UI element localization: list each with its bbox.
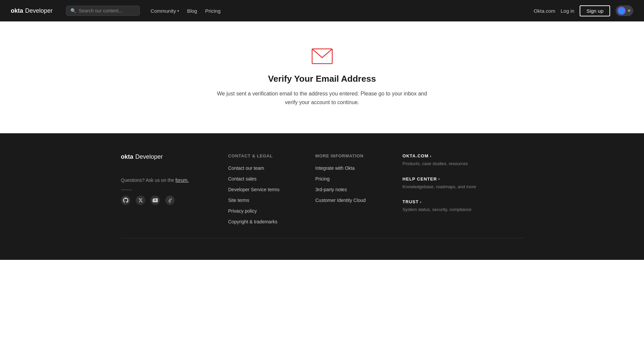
list-item: 3rd-party notes [315, 187, 389, 193]
theme-toggle[interactable]: 🌐 ☀ [616, 5, 633, 16]
twitter-icon[interactable] [136, 196, 145, 205]
help-center-link[interactable]: HELP CENTER › [403, 176, 490, 182]
list-item: Copyright & trademarks [228, 219, 302, 225]
contact-team-link[interactable]: Contact our team [228, 165, 264, 171]
developer-service-terms-link[interactable]: Developer Service terms [228, 187, 280, 192]
list-item: Pricing [315, 176, 389, 182]
customer-identity-cloud-link[interactable]: Customer Identity Cloud [315, 198, 366, 203]
pricing-link[interactable]: Pricing [315, 176, 330, 182]
search-input[interactable] [79, 8, 135, 13]
list-item: Site terms [228, 197, 302, 203]
copyright-trademarks-link[interactable]: Copyright & trademarks [228, 219, 278, 224]
main-content: Verify Your Email Address We just sent a… [0, 21, 644, 133]
youtube-icon[interactable] [151, 196, 160, 205]
list-item: Contact our team [228, 165, 302, 171]
nav-blog[interactable]: Blog [187, 8, 197, 14]
list-item: Integrate with Okta [315, 165, 389, 171]
site-terms-link[interactable]: Site terms [228, 198, 249, 203]
footer-tagline: Questions? Ask us on the forum. [121, 176, 215, 184]
okta-com-desc: Products, case studies, resources [403, 160, 490, 167]
integrate-okta-link[interactable]: Integrate with Okta [315, 165, 355, 171]
nav-login[interactable]: Log in [561, 8, 574, 14]
footer-contact-links: Contact our team Contact sales Developer… [228, 165, 302, 225]
footer: okta Developer Questions? Ask us on the … [0, 133, 644, 260]
chevron-right-icon: › [438, 177, 440, 181]
trust-desc: System status, security, compliance [403, 206, 490, 213]
verify-title: Verify Your Email Address [268, 74, 376, 84]
forum-link[interactable]: forum. [175, 177, 189, 183]
okta-com-link[interactable]: OKTA.COM › [403, 153, 490, 158]
footer-col-okta-links: OKTA.COM › Products, case studies, resou… [403, 153, 490, 225]
verify-description: We just sent a verification email to the… [215, 89, 429, 106]
footer-bottom [121, 238, 523, 246]
sun-icon: ☀ [627, 8, 631, 13]
chevron-down-icon: ▾ [177, 9, 179, 13]
theme-icon: 🌐 [618, 7, 626, 15]
stackexchange-icon[interactable] [165, 196, 175, 205]
navbar: okta Developer 🔍 Community ▾ Blog Pricin… [0, 0, 644, 21]
email-icon-wrap [311, 48, 333, 66]
list-item: Developer Service terms [228, 187, 302, 193]
trust-link[interactable]: TRUST › [403, 199, 490, 204]
privacy-policy-link[interactable]: Privacy policy [228, 208, 257, 214]
logo[interactable]: okta Developer [11, 7, 53, 14]
footer-logo: okta Developer [121, 153, 215, 160]
list-item: Privacy policy [228, 208, 302, 214]
nav-links: Community ▾ Blog Pricing [151, 8, 523, 14]
list-item: Contact sales [228, 176, 302, 182]
third-party-notes-link[interactable]: 3rd-party notes [315, 187, 347, 192]
email-icon [311, 48, 333, 64]
search-icon: 🔍 [70, 8, 76, 13]
nav-right: Okta.com Log in Sign up 🌐 ☀ [534, 5, 633, 16]
search-bar: 🔍 [66, 6, 140, 16]
footer-logo-okta: okta [121, 153, 133, 160]
footer-more-info-title: More information [315, 153, 389, 158]
footer-grid: okta Developer Questions? Ask us on the … [121, 153, 523, 225]
contact-sales-link[interactable]: Contact sales [228, 176, 257, 182]
chevron-right-icon: › [420, 200, 422, 204]
footer-more-info-links: Integrate with Okta Pricing 3rd-party no… [315, 165, 389, 203]
footer-col-contact: Contact & Legal Contact our team Contact… [228, 153, 302, 225]
github-icon[interactable] [121, 196, 130, 205]
footer-col-brand: okta Developer Questions? Ask us on the … [121, 153, 215, 225]
help-center-desc: Knowledgebase, roadmaps, and more [403, 184, 490, 190]
social-icons [121, 196, 215, 205]
chevron-right-icon: › [430, 154, 432, 158]
logo-developer: Developer [25, 7, 53, 14]
footer-col-more-info: More information Integrate with Okta Pri… [315, 153, 389, 225]
signup-button[interactable]: Sign up [580, 5, 610, 16]
nav-okta-com[interactable]: Okta.com [534, 8, 555, 14]
list-item: Customer Identity Cloud [315, 197, 389, 203]
nav-pricing[interactable]: Pricing [205, 8, 221, 14]
nav-community[interactable]: Community ▾ [151, 8, 179, 14]
footer-logo-developer: Developer [135, 153, 163, 160]
footer-contact-title: Contact & Legal [228, 153, 302, 158]
logo-okta: okta [11, 7, 23, 14]
footer-divider [121, 190, 132, 190]
